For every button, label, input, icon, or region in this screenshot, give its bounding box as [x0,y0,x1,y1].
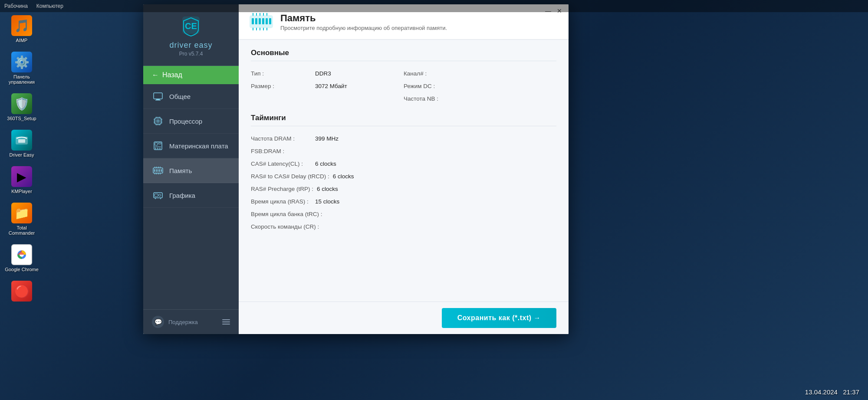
header-info: Память Просмотрите подробную информацию … [280,13,447,31]
type-value: DDR3 [315,70,331,77]
nav-item-motherboard[interactable]: Материнская плата [143,134,239,158]
nav-motherboard-label: Материнская плата [169,142,228,150]
basic-left-col: Тип : DDR3 Размер : 3072 Мбайт [251,67,404,105]
back-button[interactable]: ← Назад [143,66,239,84]
info-row-cas-latency: CAS# Latency(CL) : 6 clocks [251,157,556,170]
info-row-tras: Время цикла (tRAS) : 15 clocks [251,195,556,208]
back-arrow-icon: ← [152,71,159,79]
svg-rect-34 [159,169,160,172]
info-row-cr: Скорость команды (CR) : [251,220,556,233]
svg-rect-54 [266,18,268,24]
svg-point-46 [159,194,161,197]
total-commander-icon-label: Total Commander [4,225,39,236]
timings-section-title: Тайминги [251,114,556,126]
driver-easy-icon-image [11,130,32,151]
sidebar-footer: 💬 Поддержка [143,309,239,334]
icon-total-commander[interactable]: 📁 Total Commander [4,203,39,236]
menu-line-2 [222,321,230,322]
trp-label: RAS# Precharge (tRP) : [251,186,313,192]
desktop-icons: 🎵 AIMP ⚙️ Панель управления 🛡️ 360TS_Set… [4,15,39,303]
size-value: 3072 Мбайт [315,83,347,89]
clock-date: 13.04.2024 [805,388,838,396]
info-row-trc: Время цикла банка (tRC) : [251,208,556,220]
nav-graphics-label: Графика [169,192,195,199]
nav-item-memory[interactable]: Память [143,158,239,183]
page-title: Память [280,13,447,24]
nav-general-label: Общее [169,93,191,100]
cas-latency-value: 6 clocks [315,161,336,167]
info-row-dc-mode: Режим DC : [404,80,556,92]
cas-latency-label: CAS# Latency(CL) : [251,161,312,167]
sidebar-logo-version: Pro v5.7.4 [179,51,203,57]
taskbar-item-1[interactable]: Рабочина [4,3,28,9]
kmplayer-icon-image: ▶ [11,166,32,187]
svg-rect-51 [255,18,257,24]
red-app-icon-image: 🔴 [11,281,32,302]
taskbar-top: Рабочина Компьютер [0,0,868,12]
svg-rect-33 [158,169,158,172]
dram-freq-value: 399 MHz [315,135,339,142]
trcd-label: RAS# to CAS# Delay (tRCD) : [251,173,329,180]
basic-section-title: Основные [251,49,556,61]
motherboard-icon [152,140,164,152]
nav-item-graphics[interactable]: Графика [143,183,239,208]
fsb-dram-label: FSB:DRAM : [251,148,312,154]
menu-line-3 [222,324,230,325]
icon-kmplayer[interactable]: ▶ KMPlayer [4,166,39,194]
general-icon [152,90,164,102]
sidebar: CE driver easy Pro v5.7.4 ← Назад [143,4,239,334]
cr-label: Скорость команды (CR) : [251,223,319,230]
svg-rect-1 [18,139,25,143]
basic-info-grid: Тип : DDR3 Размер : 3072 Мбайт Канал# : [251,67,556,105]
chrome-icon-image [11,244,32,265]
graphics-icon [152,189,164,201]
aimp-icon-image: 🎵 [11,15,32,36]
svg-rect-32 [156,169,157,172]
svg-rect-52 [259,18,261,24]
menu-icon[interactable] [222,319,230,325]
svg-rect-55 [269,18,271,24]
icon-google-chrome[interactable]: Google Chrome [4,244,39,272]
info-row-nb-freq: Частота NB : [404,92,556,105]
nav-item-general[interactable]: Общее [143,84,239,109]
icon-red-app[interactable]: 🔴 [4,281,39,303]
svg-rect-53 [262,18,264,24]
svg-rect-8 [155,100,161,101]
support-icon: 💬 [152,316,164,328]
content-area: Память Просмотрите подробную информацию … [239,4,569,334]
driver-easy-icon-label: Driver Easy [10,152,34,157]
info-row-channel: Канал# : [404,67,556,80]
support-label[interactable]: Поддержка [168,319,198,325]
total-commander-icon-image: 📁 [11,203,32,223]
svg-rect-50 [252,18,254,24]
dc-mode-label: Режим DC : [404,83,464,89]
close-button[interactable]: ✕ [556,7,563,15]
minimize-button[interactable]: — [544,7,552,15]
icon-360ts[interactable]: 🛡️ 360TS_Setup [4,93,39,121]
size-label: Размер : [251,83,312,89]
nav-memory-label: Память [169,167,192,174]
info-row-dram-freq: Частота DRAM : 399 MHz [251,132,556,145]
svg-rect-28 [157,148,158,149]
save-button[interactable]: Сохранить как (*.txt) → [442,308,556,328]
channel-label: Канал# : [404,70,464,77]
svg-rect-25 [158,143,161,144]
taskbar-item-2[interactable]: Компьютер [36,3,63,9]
icon-aimp[interactable]: 🎵 AIMP [4,15,39,43]
page-subtitle: Просмотрите подробную информацию об опер… [280,25,447,31]
icon-control-panel[interactable]: ⚙️ Панель управления [4,52,39,85]
dram-freq-label: Частота DRAM : [251,135,312,142]
main-window: — ✕ CE driver easy Pro v5.7.4 [143,4,569,334]
info-row-fsb-dram: FSB:DRAM : [251,145,556,157]
type-label: Тип : [251,70,312,77]
svg-rect-45 [155,194,158,197]
aimp-icon-label: AIMP [16,38,28,43]
control-panel-icon-image: ⚙️ [11,52,32,72]
trp-value: 6 clocks [317,186,338,192]
trcd-value: 6 clocks [333,173,354,180]
nav-item-processor[interactable]: Процессор [143,109,239,134]
svg-rect-27 [155,148,156,149]
menu-line-1 [222,319,230,320]
memory-icon [152,164,164,177]
icon-driver-easy[interactable]: Driver Easy [4,130,39,157]
